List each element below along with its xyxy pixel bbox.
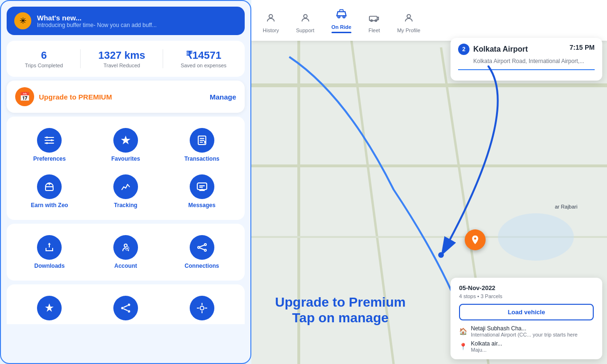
nav-item-history[interactable]: History xyxy=(259,11,283,35)
transactions-icon xyxy=(190,128,214,153)
upgrade-banner[interactable]: 📅 Upgrade to PREMIUM Manage xyxy=(7,81,245,113)
whats-new-text: What's new... Introducing buffer time- N… xyxy=(37,14,156,28)
ride-date: 05-Nov-2022 xyxy=(459,284,594,291)
downloads-icon xyxy=(37,235,62,260)
preferences-label: Preferences xyxy=(33,155,66,162)
location-number: 2 xyxy=(458,44,469,55)
stat-travel: 1327 kms Travel Reduced xyxy=(98,49,145,68)
destination-text-2: Kolkata air... Maju... xyxy=(471,340,502,353)
bottom-icons-row xyxy=(7,284,245,324)
support-label: Support xyxy=(296,27,314,33)
svg-point-13 xyxy=(128,310,130,313)
upgrade-cta-line1: Upgrade to Premium xyxy=(275,294,405,310)
svg-point-30 xyxy=(407,15,410,18)
svg-point-14 xyxy=(200,306,204,310)
support-icon xyxy=(300,13,311,26)
destination-text-1: Netaji Subhash Cha... International Airp… xyxy=(471,325,578,337)
menu-item-extra3[interactable] xyxy=(188,292,216,324)
menu-item-favourites[interactable]: Favourites xyxy=(88,124,164,166)
location-divider xyxy=(458,69,595,70)
nav-item-fleet[interactable]: Fleet xyxy=(365,11,384,35)
menu-item-extra2[interactable] xyxy=(111,292,140,324)
whats-new-icon: ✳ xyxy=(14,12,31,29)
location-time: 7:15 PM xyxy=(570,44,595,51)
destination-row-1: 🏠 Netaji Subhash Cha... International Ai… xyxy=(459,325,594,337)
upgrade-icon: 📅 xyxy=(15,87,34,106)
svg-point-1 xyxy=(51,139,53,141)
manage-button[interactable]: Manage xyxy=(210,93,236,101)
fleet-label: Fleet xyxy=(368,27,380,33)
svg-point-22 xyxy=(498,213,574,261)
top-nav: History Support xyxy=(251,0,607,41)
svg-point-25 xyxy=(338,16,340,18)
location-name: Kolkata Airport xyxy=(473,45,528,54)
messages-icon xyxy=(190,174,214,199)
menu-grid-2: Downloads Account xyxy=(11,231,240,273)
tracking-label: Tracking xyxy=(114,202,137,209)
history-label: History xyxy=(263,27,279,33)
menu-item-messages[interactable]: Messages xyxy=(164,171,240,212)
svg-point-8 xyxy=(198,246,200,248)
whats-new-banner[interactable]: ✳ What's new... Introducing buffer time-… xyxy=(7,7,245,35)
connections-icon xyxy=(190,235,214,260)
my-profile-label: My Profile xyxy=(397,27,420,33)
menu-item-account[interactable]: Account xyxy=(88,231,164,273)
menu-grid-1: Preferences Favourites xyxy=(11,124,240,212)
location-address: Kolkata Airport Road, International Airp… xyxy=(473,58,595,64)
menu-item-extra1[interactable] xyxy=(35,292,64,324)
map-label-rajbari: ar Rajbari xyxy=(555,204,578,209)
upgrade-cta: Upgrade to Premium Tap on manage xyxy=(275,294,405,326)
downloads-label: Downloads xyxy=(34,263,64,269)
tracking-icon xyxy=(113,174,138,199)
savings-value: ₹14571 xyxy=(181,49,227,62)
svg-point-11 xyxy=(121,307,123,309)
ride-info-card: 05-Nov-2022 4 stops • 3 Parcels Load veh… xyxy=(451,278,602,359)
stat-trips: 6 Trips Completed xyxy=(25,49,63,68)
menu-item-tracking[interactable]: Tracking xyxy=(88,171,164,212)
nav-item-support[interactable]: Support xyxy=(292,11,318,35)
connections-label: Connections xyxy=(184,263,219,269)
menu-item-earn[interactable]: Earn with Zeo xyxy=(11,171,88,212)
account-label: Account xyxy=(114,263,137,269)
ride-details: 4 stops • 3 Parcels xyxy=(459,293,594,299)
upgrade-left: 📅 Upgrade to PREMIUM xyxy=(15,87,112,106)
menu-item-downloads[interactable]: Downloads xyxy=(11,231,88,273)
map-marker xyxy=(465,229,486,250)
stat-divider-1 xyxy=(80,49,81,68)
trips-value: 6 xyxy=(25,49,63,62)
fleet-icon xyxy=(369,13,379,26)
trips-label: Trips Completed xyxy=(25,63,63,68)
account-icon xyxy=(113,235,138,260)
menu-item-connections[interactable]: Connections xyxy=(164,231,240,273)
stat-divider-2 xyxy=(163,49,163,68)
nav-item-my-profile[interactable]: My Profile xyxy=(393,11,424,35)
stat-savings: ₹14571 Saved on expenses xyxy=(181,49,227,68)
on-ride-label: On Ride xyxy=(331,24,351,30)
menu-item-preferences[interactable]: Preferences xyxy=(11,124,88,166)
destination-row-2: 📍 Kolkata air... Maju... xyxy=(459,340,594,353)
svg-point-2 xyxy=(46,142,48,144)
nav-item-on-ride[interactable]: On Ride xyxy=(328,6,355,35)
earn-icon xyxy=(37,174,62,199)
right-panel: Dum Du... ar Rajbari History xyxy=(251,0,607,364)
menu-section-1: Preferences Favourites xyxy=(7,117,245,220)
whats-new-title: What's new... xyxy=(37,14,156,22)
extra2-icon xyxy=(113,296,138,320)
main-wrapper: ✳ What's new... Introducing buffer time-… xyxy=(0,0,607,364)
stats-row: 6 Trips Completed 1327 kms Travel Reduce… xyxy=(7,41,245,77)
upgrade-text: Upgrade to PREMIUM xyxy=(39,93,112,101)
favourites-label: Favourites xyxy=(111,155,140,162)
preferences-icon xyxy=(37,128,62,153)
upgrade-cta-line2: Tap on manage xyxy=(275,310,405,326)
svg-point-24 xyxy=(304,15,307,18)
messages-label: Messages xyxy=(188,202,215,209)
my-profile-icon xyxy=(404,13,414,26)
svg-point-9 xyxy=(204,244,206,246)
menu-section-2: Downloads Account xyxy=(7,224,245,281)
favourites-icon xyxy=(113,128,138,153)
menu-item-transactions[interactable]: Transactions xyxy=(164,124,240,166)
svg-point-0 xyxy=(46,136,48,138)
destination-icon-1: 🏠 xyxy=(459,328,467,335)
load-vehicle-button[interactable]: Load vehicle xyxy=(459,304,594,320)
on-ride-icon xyxy=(335,8,348,22)
